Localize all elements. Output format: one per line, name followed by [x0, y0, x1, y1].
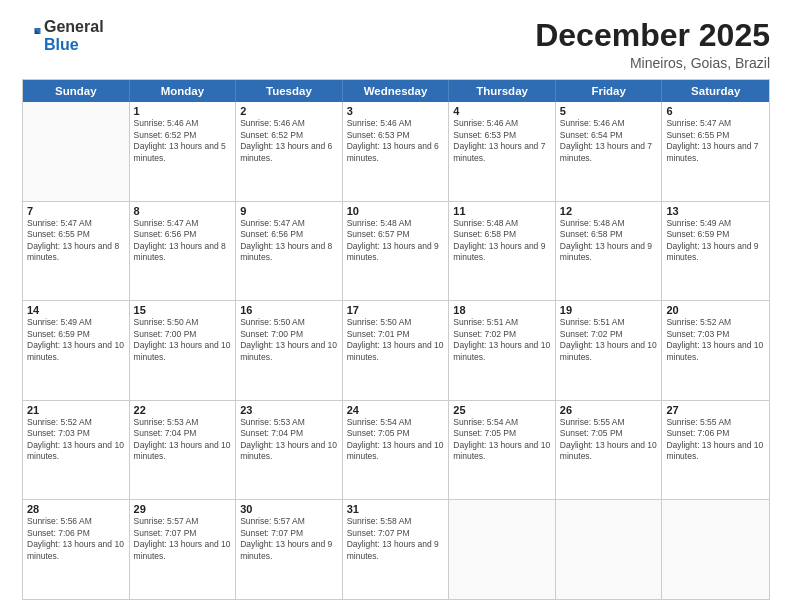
location: Mineiros, Goias, Brazil [535, 55, 770, 71]
calendar-cell: 20Sunrise: 5:52 AMSunset: 7:03 PMDayligh… [662, 301, 769, 400]
day-number: 16 [240, 304, 338, 316]
day-number: 3 [347, 105, 445, 117]
calendar-cell: 22Sunrise: 5:53 AMSunset: 7:04 PMDayligh… [130, 401, 237, 500]
calendar-cell: 13Sunrise: 5:49 AMSunset: 6:59 PMDayligh… [662, 202, 769, 301]
calendar-cell: 7Sunrise: 5:47 AMSunset: 6:55 PMDaylight… [23, 202, 130, 301]
calendar-row-4: 21Sunrise: 5:52 AMSunset: 7:03 PMDayligh… [23, 400, 769, 500]
logo-blue-text: Blue [44, 36, 79, 53]
day-number: 26 [560, 404, 658, 416]
day-number: 23 [240, 404, 338, 416]
calendar-cell [449, 500, 556, 599]
day-info: Sunrise: 5:57 AMSunset: 7:07 PMDaylight:… [240, 516, 338, 562]
calendar-cell: 14Sunrise: 5:49 AMSunset: 6:59 PMDayligh… [23, 301, 130, 400]
day-info: Sunrise: 5:58 AMSunset: 7:07 PMDaylight:… [347, 516, 445, 562]
day-info: Sunrise: 5:47 AMSunset: 6:55 PMDaylight:… [27, 218, 125, 264]
day-number: 19 [560, 304, 658, 316]
day-info: Sunrise: 5:50 AMSunset: 7:00 PMDaylight:… [134, 317, 232, 363]
day-info: Sunrise: 5:46 AMSunset: 6:54 PMDaylight:… [560, 118, 658, 164]
day-number: 30 [240, 503, 338, 515]
day-number: 8 [134, 205, 232, 217]
day-number: 7 [27, 205, 125, 217]
day-number: 2 [240, 105, 338, 117]
day-number: 25 [453, 404, 551, 416]
calendar-cell: 1Sunrise: 5:46 AMSunset: 6:52 PMDaylight… [130, 102, 237, 201]
day-info: Sunrise: 5:49 AMSunset: 6:59 PMDaylight:… [666, 218, 765, 264]
calendar-cell: 3Sunrise: 5:46 AMSunset: 6:53 PMDaylight… [343, 102, 450, 201]
day-info: Sunrise: 5:53 AMSunset: 7:04 PMDaylight:… [134, 417, 232, 463]
calendar-cell: 24Sunrise: 5:54 AMSunset: 7:05 PMDayligh… [343, 401, 450, 500]
day-info: Sunrise: 5:50 AMSunset: 7:00 PMDaylight:… [240, 317, 338, 363]
calendar-cell: 31Sunrise: 5:58 AMSunset: 7:07 PMDayligh… [343, 500, 450, 599]
day-info: Sunrise: 5:51 AMSunset: 7:02 PMDaylight:… [560, 317, 658, 363]
calendar-row-5: 28Sunrise: 5:56 AMSunset: 7:06 PMDayligh… [23, 499, 769, 599]
day-number: 22 [134, 404, 232, 416]
calendar-row-2: 7Sunrise: 5:47 AMSunset: 6:55 PMDaylight… [23, 201, 769, 301]
day-info: Sunrise: 5:57 AMSunset: 7:07 PMDaylight:… [134, 516, 232, 562]
calendar-cell: 5Sunrise: 5:46 AMSunset: 6:54 PMDaylight… [556, 102, 663, 201]
day-number: 1 [134, 105, 232, 117]
day-number: 14 [27, 304, 125, 316]
logo: General Blue [22, 18, 104, 53]
day-number: 11 [453, 205, 551, 217]
day-number: 10 [347, 205, 445, 217]
day-info: Sunrise: 5:54 AMSunset: 7:05 PMDaylight:… [453, 417, 551, 463]
calendar-cell: 10Sunrise: 5:48 AMSunset: 6:57 PMDayligh… [343, 202, 450, 301]
calendar-row-3: 14Sunrise: 5:49 AMSunset: 6:59 PMDayligh… [23, 300, 769, 400]
calendar-cell: 27Sunrise: 5:55 AMSunset: 7:06 PMDayligh… [662, 401, 769, 500]
day-number: 31 [347, 503, 445, 515]
day-number: 29 [134, 503, 232, 515]
weekday-header-sunday: Sunday [23, 80, 130, 102]
day-number: 20 [666, 304, 765, 316]
day-info: Sunrise: 5:55 AMSunset: 7:05 PMDaylight:… [560, 417, 658, 463]
day-info: Sunrise: 5:55 AMSunset: 7:06 PMDaylight:… [666, 417, 765, 463]
day-number: 13 [666, 205, 765, 217]
day-number: 27 [666, 404, 765, 416]
calendar-cell: 9Sunrise: 5:47 AMSunset: 6:56 PMDaylight… [236, 202, 343, 301]
calendar-cell: 23Sunrise: 5:53 AMSunset: 7:04 PMDayligh… [236, 401, 343, 500]
day-info: Sunrise: 5:47 AMSunset: 6:56 PMDaylight:… [134, 218, 232, 264]
day-info: Sunrise: 5:46 AMSunset: 6:52 PMDaylight:… [134, 118, 232, 164]
weekday-header-wednesday: Wednesday [343, 80, 450, 102]
day-info: Sunrise: 5:52 AMSunset: 7:03 PMDaylight:… [666, 317, 765, 363]
calendar-cell: 29Sunrise: 5:57 AMSunset: 7:07 PMDayligh… [130, 500, 237, 599]
day-info: Sunrise: 5:54 AMSunset: 7:05 PMDaylight:… [347, 417, 445, 463]
day-number: 5 [560, 105, 658, 117]
day-number: 18 [453, 304, 551, 316]
calendar-cell: 4Sunrise: 5:46 AMSunset: 6:53 PMDaylight… [449, 102, 556, 201]
logo-icon [24, 25, 42, 43]
calendar-cell: 18Sunrise: 5:51 AMSunset: 7:02 PMDayligh… [449, 301, 556, 400]
calendar-cell: 28Sunrise: 5:56 AMSunset: 7:06 PMDayligh… [23, 500, 130, 599]
day-info: Sunrise: 5:48 AMSunset: 6:57 PMDaylight:… [347, 218, 445, 264]
day-info: Sunrise: 5:50 AMSunset: 7:01 PMDaylight:… [347, 317, 445, 363]
calendar-cell [556, 500, 663, 599]
day-info: Sunrise: 5:47 AMSunset: 6:56 PMDaylight:… [240, 218, 338, 264]
day-info: Sunrise: 5:46 AMSunset: 6:53 PMDaylight:… [347, 118, 445, 164]
calendar-cell: 6Sunrise: 5:47 AMSunset: 6:55 PMDaylight… [662, 102, 769, 201]
day-info: Sunrise: 5:47 AMSunset: 6:55 PMDaylight:… [666, 118, 765, 164]
calendar-cell [662, 500, 769, 599]
day-info: Sunrise: 5:46 AMSunset: 6:53 PMDaylight:… [453, 118, 551, 164]
day-info: Sunrise: 5:56 AMSunset: 7:06 PMDaylight:… [27, 516, 125, 562]
day-info: Sunrise: 5:53 AMSunset: 7:04 PMDaylight:… [240, 417, 338, 463]
day-info: Sunrise: 5:48 AMSunset: 6:58 PMDaylight:… [560, 218, 658, 264]
day-number: 12 [560, 205, 658, 217]
day-number: 6 [666, 105, 765, 117]
calendar-cell: 16Sunrise: 5:50 AMSunset: 7:00 PMDayligh… [236, 301, 343, 400]
weekday-header-tuesday: Tuesday [236, 80, 343, 102]
calendar-cell: 2Sunrise: 5:46 AMSunset: 6:52 PMDaylight… [236, 102, 343, 201]
weekday-header-friday: Friday [556, 80, 663, 102]
day-info: Sunrise: 5:51 AMSunset: 7:02 PMDaylight:… [453, 317, 551, 363]
day-number: 17 [347, 304, 445, 316]
day-info: Sunrise: 5:46 AMSunset: 6:52 PMDaylight:… [240, 118, 338, 164]
day-number: 4 [453, 105, 551, 117]
calendar-cell: 11Sunrise: 5:48 AMSunset: 6:58 PMDayligh… [449, 202, 556, 301]
calendar-cell [23, 102, 130, 201]
calendar-cell: 15Sunrise: 5:50 AMSunset: 7:00 PMDayligh… [130, 301, 237, 400]
calendar-row-1: 1Sunrise: 5:46 AMSunset: 6:52 PMDaylight… [23, 102, 769, 201]
logo-general-text: General [44, 18, 104, 35]
day-number: 21 [27, 404, 125, 416]
day-number: 9 [240, 205, 338, 217]
calendar-header: SundayMondayTuesdayWednesdayThursdayFrid… [23, 80, 769, 102]
calendar-body: 1Sunrise: 5:46 AMSunset: 6:52 PMDaylight… [23, 102, 769, 599]
weekday-header-saturday: Saturday [662, 80, 769, 102]
